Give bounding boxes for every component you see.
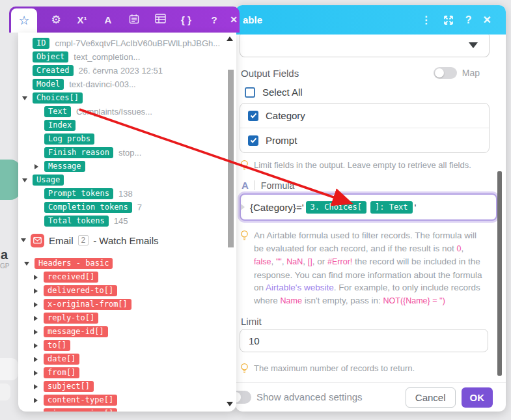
- hint-text: isn't empty, pass in:: [302, 296, 383, 305]
- expand-icon[interactable]: [34, 371, 38, 376]
- hint-text: "": [276, 257, 282, 266]
- expand-icon[interactable]: [35, 164, 38, 169]
- expand-icon[interactable]: [34, 316, 38, 321]
- mapping-pill-log-probs[interactable]: Log probs: [44, 133, 94, 145]
- collapse-icon[interactable]: [22, 178, 27, 182]
- tab-math-functions[interactable]: X¹: [69, 14, 95, 25]
- mapping-pill-delivered-to-[interactable]: delivered-to[]: [44, 285, 117, 296]
- formula-input[interactable]: {Category}=' 3. Choices[ ]: Text ': [240, 193, 497, 221]
- collapse-icon[interactable]: [22, 96, 27, 100]
- limit-hint: The maximum number of records to return.: [240, 362, 482, 374]
- mapping-pill-finish-reason[interactable]: Finish reason: [44, 147, 113, 158]
- collapse-icon[interactable]: [24, 262, 29, 266]
- mapping-pill-mime-version-[interactable]: mime-version[]: [44, 408, 117, 412]
- mapping-pill-headers-basic[interactable]: Headers - basic: [35, 258, 113, 269]
- expand-icon[interactable]: [34, 275, 38, 280]
- tree-row: Headers - basic: [18, 257, 236, 270]
- collapse-icon[interactable]: [21, 238, 26, 242]
- expand-icon[interactable]: [34, 343, 38, 348]
- expand-icon[interactable]: [34, 329, 38, 335]
- mapping-pill-prompt-tokens[interactable]: Prompt tokens: [44, 188, 113, 199]
- map-toggle[interactable]: [434, 67, 457, 79]
- toggle-knob: [435, 68, 444, 77]
- mapping-pill-index[interactable]: Index: [44, 120, 76, 131]
- expand-icon[interactable]: [443, 14, 454, 26]
- mapping-pill-x-original-from-[interactable]: x-original-from[]: [44, 299, 131, 310]
- field-row-category[interactable]: Category: [240, 104, 489, 128]
- lightbulb-icon: [240, 363, 249, 374]
- expand-icon[interactable]: [34, 398, 38, 403]
- expand-icon[interactable]: [34, 412, 38, 412]
- scroll-down-icon[interactable]: [227, 402, 233, 406]
- mapping-pill-received-[interactable]: received[]: [44, 272, 98, 283]
- kebab-menu-icon[interactable]: ⋮: [421, 14, 432, 26]
- tree-value: text-davinci-003...: [69, 79, 136, 89]
- tab-text-functions[interactable]: A: [95, 14, 121, 25]
- expand-icon[interactable]: [34, 357, 38, 362]
- mapped-token-text[interactable]: ]: Text: [370, 201, 413, 214]
- help-icon[interactable]: ?: [203, 14, 225, 25]
- limit-input[interactable]: 10: [240, 329, 488, 352]
- dialog-title: able: [236, 14, 421, 25]
- mapping-pill-total-tokens[interactable]: Total tokens: [44, 216, 109, 227]
- advanced-settings-label: Show advanced settings: [256, 391, 363, 402]
- hint-text: An Airtable formula used to filter recor…: [254, 231, 476, 253]
- tab-functions-general[interactable]: ⚙: [43, 13, 69, 27]
- hint-text: NOT({Name} = ''): [383, 296, 445, 305]
- field-label: Prompt: [266, 135, 297, 146]
- tree-value: Complaints/Issues...: [76, 107, 152, 117]
- arrow-slot: [21, 238, 26, 242]
- mapping-pill-completion-tokens[interactable]: Completion tokens: [44, 202, 132, 213]
- tree-value: 7: [137, 203, 142, 212]
- mapping-pill-date-[interactable]: date[]: [44, 354, 79, 365]
- tab-date-functions[interactable]: [121, 14, 147, 26]
- expand-icon[interactable]: [34, 288, 38, 294]
- arrow-slot: [33, 275, 38, 280]
- mapping-pill-message[interactable]: Message: [44, 161, 85, 172]
- mapped-token-choices[interactable]: 3. Choices[: [306, 201, 366, 214]
- select-all-checkbox[interactable]: [245, 87, 255, 98]
- help-icon[interactable]: ?: [465, 14, 472, 26]
- email-module-label: Email: [49, 235, 74, 246]
- scroll-up-icon[interactable]: [227, 36, 233, 41]
- dialog-scrollbar-thumb[interactable]: [497, 171, 502, 376]
- mapping-pill-object[interactable]: Object: [33, 51, 68, 63]
- expand-icon[interactable]: [34, 384, 38, 389]
- tab-favorites[interactable]: ☆: [11, 8, 37, 33]
- tab-array-functions[interactable]: [147, 14, 173, 25]
- checkbox-category[interactable]: [248, 111, 258, 121]
- tree-row: Total tokens145: [18, 214, 236, 228]
- tree-row: Finish reasonstop...: [18, 146, 236, 160]
- tree-row: Modeltext-davinci-003...: [18, 77, 236, 91]
- mapping-pill-to-[interactable]: to[]: [44, 340, 70, 351]
- dialog-footer: Show advanced settings Cancel OK: [236, 382, 506, 412]
- select-all-row[interactable]: Select All: [245, 87, 303, 98]
- close-icon[interactable]: ✕: [225, 14, 242, 25]
- arrow-slot: [33, 288, 38, 294]
- mapping-pill-choices-[interactable]: Choices[]: [33, 92, 83, 104]
- tree-row: mime-version[]: [18, 407, 236, 412]
- mapping-pill-message-id-[interactable]: message-id[]: [44, 326, 108, 337]
- cancel-button[interactable]: Cancel: [406, 387, 456, 408]
- hint-text: ,: [271, 257, 276, 266]
- tree-row: Choices[]: [18, 91, 236, 105]
- mapping-pill-model[interactable]: Model: [33, 79, 64, 90]
- mapping-pill-subject-[interactable]: subject[]: [44, 381, 94, 392]
- tab-variables[interactable]: { }: [173, 14, 199, 25]
- mapping-pill-id[interactable]: ID: [33, 38, 49, 49]
- mapping-pill-usage[interactable]: Usage: [33, 175, 64, 186]
- close-icon[interactable]: ✕: [483, 14, 491, 26]
- mapping-pill-from-[interactable]: from[]: [44, 367, 79, 378]
- dialog-header[interactable]: able ⋮ ? ✕: [236, 5, 506, 35]
- table-select-dropdown[interactable]: [240, 35, 490, 57]
- mapping-pill-text[interactable]: Text: [44, 106, 71, 117]
- mapping-pill-reply-to-[interactable]: reply-to[]: [44, 313, 98, 324]
- expand-icon[interactable]: [34, 302, 38, 307]
- field-row-prompt[interactable]: Prompt: [240, 128, 489, 152]
- panel-scrollbar-thumb[interactable]: [228, 70, 234, 247]
- ok-button[interactable]: OK: [462, 387, 493, 408]
- mapping-pill-content-type-[interactable]: content-type[]: [44, 395, 117, 406]
- airtable-website-link[interactable]: Airtable's website: [266, 283, 334, 292]
- checkbox-prompt[interactable]: [248, 135, 258, 146]
- mapping-pill-created[interactable]: Created: [33, 65, 74, 76]
